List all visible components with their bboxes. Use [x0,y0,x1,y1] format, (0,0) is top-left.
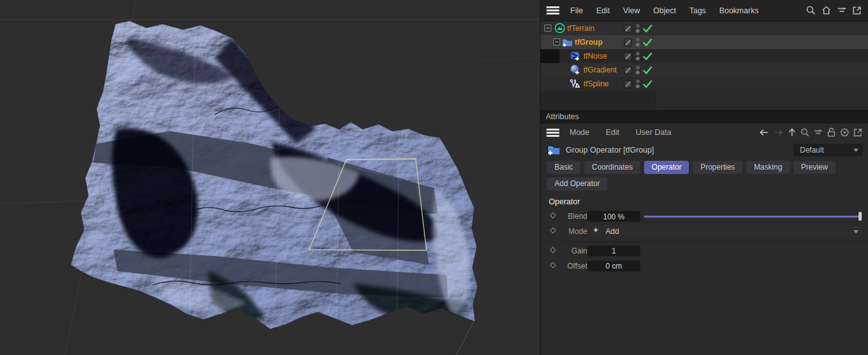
edit-toggle-icon[interactable] [624,25,632,33]
tab-add-operator[interactable]: Add Operator [547,177,607,190]
field-label: Gain [558,247,587,255]
menu-object[interactable]: Object [652,5,678,16]
edit-toggle-icon[interactable] [624,52,632,61]
object-header-title: Group Operator [tfGroup] [566,146,654,154]
tab-properties[interactable]: Properties [693,161,742,174]
mode-value: Add [606,227,619,236]
field-row-blend: Blend [541,211,868,222]
key-diamond-icon[interactable] [550,247,556,253]
mode-dropdown[interactable]: + Add [587,225,863,238]
gain-input[interactable] [587,245,640,256]
gradient-icon [570,64,580,75]
enable-dots-icon[interactable] [636,38,640,47]
edit-toggle-icon[interactable] [624,38,632,47]
search-icon[interactable] [800,127,810,137]
spline-icon [570,78,580,89]
attribute-tabs: Basic Coordinates Operator Properties Ma… [547,161,864,174]
filter-icon[interactable] [813,127,823,137]
menu-edit[interactable]: Edit [594,5,612,16]
menu-file[interactable]: File [568,5,585,16]
right-panel: File Edit View Object Tags Bookmarks [540,0,868,355]
enabled-check-icon[interactable] [643,52,652,61]
key-diamond-icon[interactable] [550,262,556,268]
enabled-check-icon[interactable] [643,80,652,88]
target-icon[interactable] [840,127,850,137]
back-arrow-icon[interactable] [758,127,770,137]
field-row-mode: Mode + Add [541,225,868,238]
section-title: Operator [549,197,580,206]
3d-viewport[interactable] [0,0,540,355]
edit-toggle-icon[interactable] [624,80,632,88]
viewport-canvas [0,0,540,355]
hamburger-menu-icon[interactable] [546,6,560,15]
tree-item-label[interactable]: tfTerrain [567,24,594,33]
tab-basic[interactable]: Basic [547,161,580,174]
tree-row-tfspline[interactable]: tfSpline [541,77,868,91]
collapse-toggle-icon[interactable] [544,25,551,32]
enable-dots-icon[interactable] [636,66,640,74]
field-label: Offset [558,262,587,271]
filter-icon[interactable] [836,5,847,16]
enable-dots-icon[interactable] [636,79,640,88]
search-icon[interactable] [806,5,816,16]
tree-row-tfterrain[interactable]: tfTerrain [541,21,868,35]
attributes-panel-header: Attributes [541,110,868,124]
hamburger-menu-icon[interactable] [546,129,560,137]
blend-input[interactable] [587,211,640,222]
preset-value: Default [800,146,824,154]
tab-coordinates[interactable]: Coordinates [584,161,640,174]
up-arrow-icon[interactable] [787,127,797,137]
enabled-check-icon[interactable] [643,38,652,47]
offset-input[interactable] [587,260,640,271]
terrain-icon [554,23,565,33]
slider-handle[interactable] [859,212,862,221]
tab-preview[interactable]: Preview [794,161,836,174]
group-folder-icon [562,37,573,48]
chevron-down-icon [853,230,859,233]
tree-item-label[interactable]: tfNoise [584,52,607,61]
tree-item-label[interactable]: tfGroup [575,38,602,47]
enabled-check-icon[interactable] [643,25,652,33]
home-icon[interactable] [821,5,832,16]
attr-menu-edit[interactable]: Edit [604,127,621,138]
field-row-offset: Offset [541,260,868,271]
divider [541,242,868,242]
attributes-title: Attributes [546,112,579,121]
field-label: Blend [558,212,587,221]
tree-item-label[interactable]: tfSpline [584,79,609,88]
popout-icon[interactable] [853,127,863,137]
noise-icon [570,50,580,61]
attributes-menubar: Mode Edit User Data [541,124,868,141]
tree-item-label[interactable]: tfGradient [584,66,617,74]
preset-dropdown[interactable]: Default [794,144,863,156]
collapse-toggle-icon[interactable] [553,38,560,45]
attr-menu-userdata[interactable]: User Data [634,127,673,138]
field-label: Mode [558,227,587,236]
object-manager-menubar: File Edit View Object Tags Bookmarks [541,0,868,21]
key-diamond-icon[interactable] [550,212,556,219]
object-manager: tfTerrain tfGroup [541,21,868,110]
tree-row-tfnoise[interactable]: tfNoise [541,49,868,63]
enable-dots-icon[interactable] [636,24,640,33]
menu-bookmarks[interactable]: Bookmarks [717,5,761,16]
edit-toggle-icon[interactable] [624,66,632,74]
tree-row-tfgradient[interactable]: tfGradient [541,63,868,77]
lock-icon[interactable] [826,127,836,137]
menu-tags[interactable]: Tags [688,5,708,16]
menu-view[interactable]: View [621,5,642,16]
popout-icon[interactable] [852,5,862,16]
terrain-mesh[interactable] [60,13,489,342]
blend-slider[interactable] [644,212,862,221]
enable-dots-icon[interactable] [636,52,640,61]
attr-menu-mode[interactable]: Mode [568,127,591,138]
chevron-down-icon [853,149,859,152]
enabled-check-icon[interactable] [643,66,652,74]
group-folder-icon [547,144,561,156]
tree-row-tfgroup[interactable]: tfGroup [541,35,868,49]
key-diamond-icon[interactable] [550,228,556,234]
attributes-object-header: Group Operator [tfGroup] Default [541,141,868,159]
tab-operator[interactable]: Operator [644,161,689,174]
attribute-tabs-row2: Add Operator [547,177,607,190]
tab-masking[interactable]: Masking [746,161,790,174]
forward-arrow-icon[interactable] [773,127,784,137]
